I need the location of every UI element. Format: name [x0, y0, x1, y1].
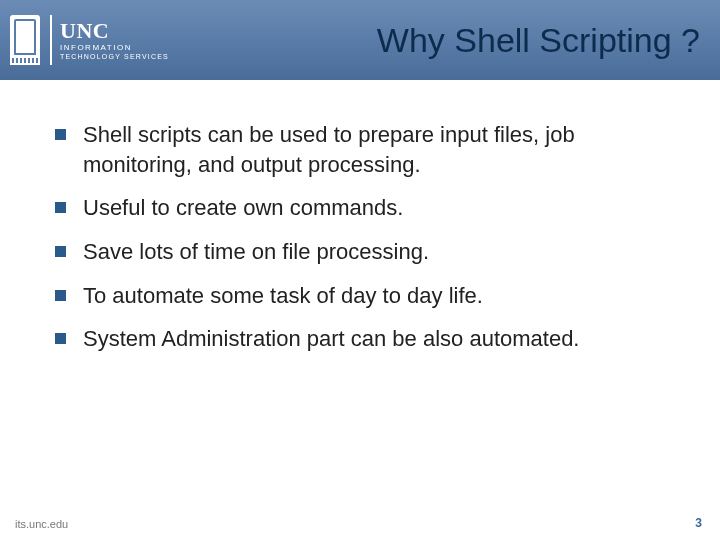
slide: UNC INFORMATION TECHNOLOGY SERVICES Why … [0, 0, 720, 540]
logo-sub2: TECHNOLOGY SERVICES [60, 53, 169, 60]
building-icon [10, 15, 40, 65]
slide-title: Why Shell Scripting ? [377, 21, 700, 60]
bullet-list: Shell scripts can be used to prepare inp… [55, 120, 680, 354]
bullet-item: To automate some task of day to day life… [55, 281, 680, 311]
slide-header: UNC INFORMATION TECHNOLOGY SERVICES Why … [0, 0, 720, 80]
bullet-item: Useful to create own commands. [55, 193, 680, 223]
slide-content: Shell scripts can be used to prepare inp… [0, 80, 720, 354]
footer-url: its.unc.edu [15, 518, 68, 530]
bullet-item: System Administration part can be also a… [55, 324, 680, 354]
bullet-item: Shell scripts can be used to prepare inp… [55, 120, 680, 179]
logo-divider [50, 15, 52, 65]
logo-main: UNC [60, 20, 169, 42]
logo-sub1: INFORMATION [60, 44, 169, 52]
bullet-item: Save lots of time on file processing. [55, 237, 680, 267]
logo-area: UNC INFORMATION TECHNOLOGY SERVICES [0, 0, 169, 80]
logo-text: UNC INFORMATION TECHNOLOGY SERVICES [60, 20, 169, 60]
page-number: 3 [695, 516, 702, 530]
